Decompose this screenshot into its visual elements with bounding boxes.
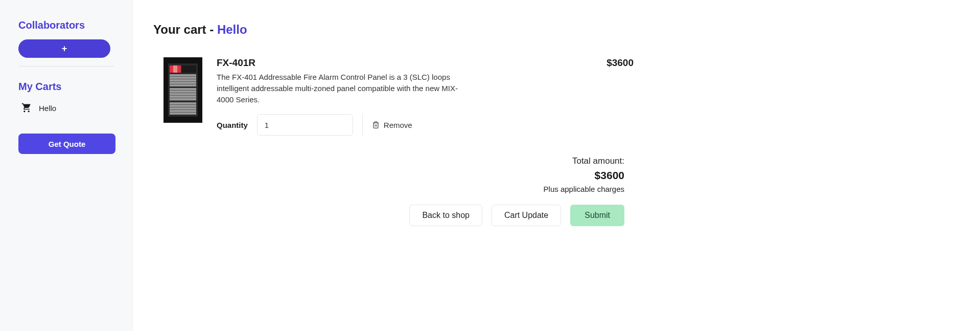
cart-update-button[interactable]: Cart Update (492, 205, 561, 226)
trash-icon (372, 121, 380, 129)
charges-note: Plus applicable charges (164, 185, 624, 193)
add-collaborator-button[interactable]: + (18, 39, 110, 58)
product-price: $3600 (606, 57, 634, 69)
title-prefix: Your cart - (153, 23, 217, 36)
page-title: Your cart - Hello (153, 23, 644, 37)
sidebar-cart-item[interactable]: Hello (18, 101, 114, 115)
product-name: FX-401R (217, 57, 255, 69)
total-amount-label: Total amount: (164, 156, 624, 166)
quantity-label: Quantity (217, 121, 248, 129)
remove-label: Remove (384, 121, 412, 129)
remove-button[interactable]: Remove (372, 121, 412, 129)
quantity-row: Quantity Remove (217, 114, 634, 136)
my-carts-heading: My Carts (18, 81, 114, 93)
back-to-shop-button[interactable]: Back to shop (409, 205, 482, 226)
submit-button[interactable]: Submit (570, 205, 624, 226)
total-amount-value: $3600 (164, 169, 624, 182)
sidebar-cart-item-label: Hello (39, 104, 56, 113)
main-content: Your cart - Hello FX-401R $3600 (133, 0, 664, 331)
collaborators-heading: Collaborators (18, 19, 114, 31)
get-quote-button[interactable]: Get Quote (18, 134, 115, 154)
sidebar: Collaborators + My Carts Hello Get Quote (0, 0, 133, 331)
vertical-divider (362, 114, 363, 136)
panel-illustration (168, 63, 198, 117)
product-image (164, 57, 202, 123)
divider (18, 66, 114, 67)
product-description: The FX-401 Addressable Fire Alarm Contro… (217, 72, 467, 105)
title-cart-name: Hello (217, 23, 247, 36)
order-summary: Total amount: $3600 Plus applicable char… (164, 156, 634, 226)
action-buttons: Back to shop Cart Update Submit (164, 205, 624, 226)
product-details: FX-401R $3600 The FX-401 Addressable Fir… (217, 57, 634, 136)
quantity-input[interactable] (257, 114, 353, 136)
cart-icon (21, 103, 32, 113)
cart-items: FX-401R $3600 The FX-401 Addressable Fir… (153, 57, 644, 226)
cart-item-row: FX-401R $3600 The FX-401 Addressable Fir… (164, 57, 634, 136)
